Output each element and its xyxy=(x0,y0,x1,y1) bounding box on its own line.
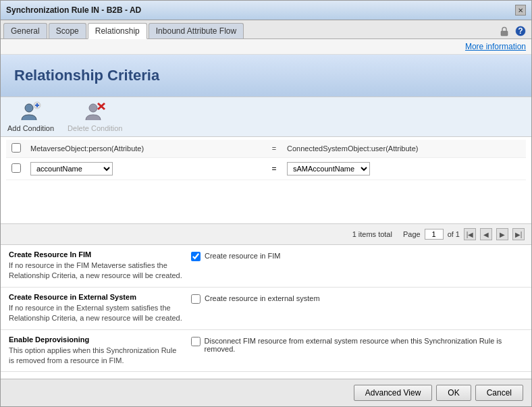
col-mv-header: MetaverseObject:person(Attribute) xyxy=(28,142,264,155)
criteria-table: MetaverseObject:person(Attribute) = Conn… xyxy=(1,137,531,183)
option-create-external-desc: Create Resource in External System If no… xyxy=(9,293,191,324)
delete-condition-btn[interactable]: Delete Condition xyxy=(68,101,122,132)
help-icon-btn[interactable] xyxy=(498,24,511,38)
options-section: Create Resource In FIM If no resource in… xyxy=(1,245,531,372)
col-cs-header: ConnectedSystemObject:user(Attribute) xyxy=(284,142,521,155)
tab-general[interactable]: General xyxy=(3,23,47,38)
add-condition-btn[interactable]: Add Condition xyxy=(7,101,54,132)
tab-inbound[interactable]: Inbound Attribute Flow xyxy=(149,23,244,38)
section-header: Relationship Criteria xyxy=(1,55,531,97)
delete-person-icon xyxy=(84,101,106,123)
option-create-fim-desc: Create Resource In FIM If no resource in… xyxy=(9,250,191,281)
tab-bar: General Scope Relationship Inbound Attri… xyxy=(1,20,531,39)
cancel-button[interactable]: Cancel xyxy=(475,385,523,401)
option-deprovisioning-title: Enable Deprovisioning xyxy=(9,335,183,344)
toolbar: Add Condition Delete Condition xyxy=(1,97,531,137)
create-fim-checkbox[interactable] xyxy=(191,252,201,261)
content-area: Relationship Criteria Add Condition xyxy=(1,55,531,379)
tab-scope[interactable]: Scope xyxy=(49,23,86,38)
option-create-fim: Create Resource In FIM If no resource in… xyxy=(1,245,531,288)
close-button[interactable]: ✕ xyxy=(515,5,526,16)
of-label: of 1 xyxy=(448,230,460,238)
section-title: Relationship Criteria xyxy=(14,67,518,84)
eq-header-label: = xyxy=(272,144,276,153)
table-row: accountName cn displayName mail sAMAccou… xyxy=(6,158,526,180)
main-window: Synchronization Rule IN - B2B - AD ✕ Gen… xyxy=(0,0,532,407)
next-page-btn[interactable]: ▶ xyxy=(496,228,508,240)
option-create-fim-control: Create resource in FIM xyxy=(191,250,523,261)
add-person-icon xyxy=(20,101,42,123)
create-external-label: Create resource in external system xyxy=(205,294,320,302)
option-create-fim-text: If no resource in the FIM Metaverse sati… xyxy=(9,261,183,281)
question-icon: ? xyxy=(515,26,526,36)
cs-header-label: ConnectedSystemObject:user(Attribute) xyxy=(287,144,418,153)
last-page-btn[interactable]: ▶| xyxy=(512,228,525,240)
eq-symbol: = xyxy=(271,164,276,173)
create-fim-label: Create resource in FIM xyxy=(205,252,280,260)
mv-attribute-select[interactable]: accountName cn displayName mail sAMAccou… xyxy=(30,162,113,175)
row-eq: = xyxy=(264,164,284,173)
items-total: 1 items total xyxy=(352,230,392,238)
mv-header-label: MetaverseObject:person(Attribute) xyxy=(30,144,144,153)
create-external-checkbox[interactable] xyxy=(191,294,201,304)
option-create-external: Create Resource in External System If no… xyxy=(1,288,531,330)
option-create-external-title: Create Resource in External System xyxy=(9,293,183,301)
spacer xyxy=(1,183,531,223)
option-deprovisioning-desc: Enable Deprovisioning This option applie… xyxy=(9,335,191,367)
svg-text:?: ? xyxy=(518,26,523,36)
question-icon-btn[interactable]: ? xyxy=(514,24,527,38)
lock-icon xyxy=(499,26,510,36)
deprovisioning-label: Disconnect FIM resource from external sy… xyxy=(205,337,523,353)
option-deprovisioning: Enable Deprovisioning This option applie… xyxy=(1,330,531,373)
advanced-view-button[interactable]: Advanced View xyxy=(354,385,433,401)
criteria-header-row: MetaverseObject:person(Attribute) = Conn… xyxy=(6,140,526,158)
svg-point-7 xyxy=(89,104,97,112)
more-info-link[interactable]: More information xyxy=(465,42,526,51)
footer: Advanced View OK Cancel xyxy=(1,379,531,406)
page-input[interactable] xyxy=(425,229,444,240)
row-check xyxy=(11,163,28,175)
title-bar: Synchronization Rule IN - B2B - AD ✕ xyxy=(1,1,531,20)
prev-page-btn[interactable]: ◀ xyxy=(480,228,492,240)
option-deprovisioning-control: Disconnect FIM resource from external sy… xyxy=(191,335,523,353)
col-check-header xyxy=(11,143,28,155)
row-mv[interactable]: accountName cn displayName mail sAMAccou… xyxy=(28,161,264,177)
pagination-bar: 1 items total Page of 1 |◀ ◀ ▶ ▶| xyxy=(1,223,531,245)
row-cs[interactable]: sAMAccountName cn displayName mail userP… xyxy=(284,161,521,177)
delete-condition-label: Delete Condition xyxy=(68,124,122,132)
deprovisioning-checkbox[interactable] xyxy=(191,337,201,346)
first-page-btn[interactable]: |◀ xyxy=(464,228,476,240)
col-eq-header: = xyxy=(264,144,284,153)
page-label: Page xyxy=(403,230,421,238)
svg-point-3 xyxy=(25,104,33,112)
ok-button[interactable]: OK xyxy=(436,385,471,401)
window-title: Synchronization Rule IN - B2B - AD xyxy=(6,5,141,15)
tab-relationship[interactable]: Relationship xyxy=(88,23,147,39)
select-all-checkbox[interactable] xyxy=(11,143,21,153)
tab-icons: ? xyxy=(498,23,531,38)
option-create-external-text: If no resource in the External system sa… xyxy=(9,303,183,324)
row-checkbox[interactable] xyxy=(11,163,21,173)
option-create-fim-title: Create Resource In FIM xyxy=(9,250,183,259)
add-condition-label: Add Condition xyxy=(7,124,54,132)
cs-attribute-select[interactable]: sAMAccountName cn displayName mail userP… xyxy=(287,162,370,175)
more-info-bar: More information xyxy=(1,39,531,55)
svg-rect-0 xyxy=(501,31,508,36)
option-create-external-control: Create resource in external system xyxy=(191,293,523,304)
option-deprovisioning-text: This option applies when this Synchroniz… xyxy=(9,346,183,367)
